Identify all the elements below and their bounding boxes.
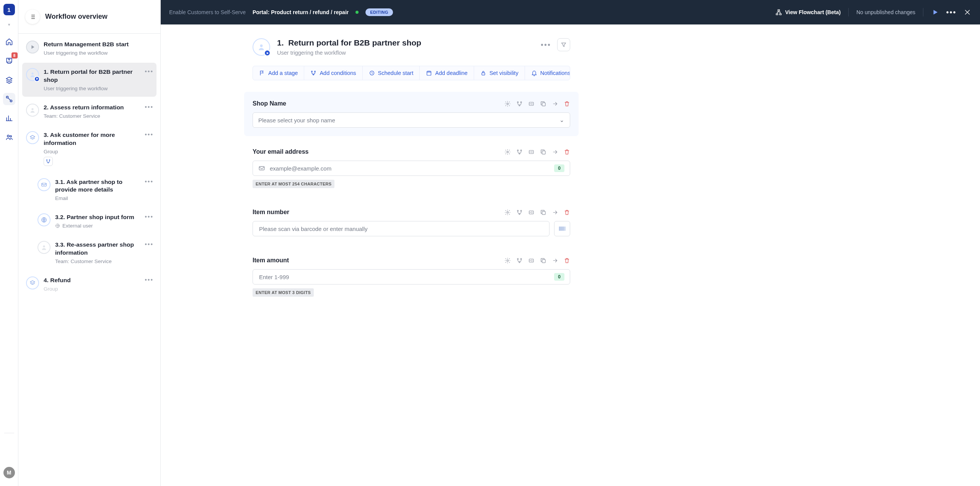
field-id-button[interactable] [528, 149, 535, 155]
workflow-step-1[interactable]: 1. Return portal for B2B partner shop Us… [22, 63, 157, 97]
step-more-button[interactable]: ••• [145, 178, 153, 185]
nav-workflows[interactable] [3, 93, 15, 105]
field-settings-button[interactable] [504, 101, 511, 107]
field-delete-button[interactable] [564, 257, 570, 264]
field-shop-name: Shop Name Please select your shop name [244, 92, 579, 136]
user-avatar[interactable]: M [3, 467, 15, 478]
field-id-button[interactable] [528, 209, 535, 216]
add-stage-button[interactable]: Add a stage [253, 66, 304, 80]
field-copy-button[interactable] [540, 209, 546, 216]
rail-divider [4, 433, 14, 433]
workspace-switcher[interactable]: ▾ [8, 22, 10, 27]
svg-point-32 [520, 150, 522, 151]
field-move-button[interactable] [552, 149, 558, 155]
workflow-icon [5, 95, 13, 103]
field-settings-button[interactable] [504, 209, 511, 216]
field-delete-button[interactable] [564, 101, 570, 107]
step-header: 1. Return portal for B2B partner shop Us… [253, 38, 570, 56]
field-delete-button[interactable] [564, 149, 570, 155]
workflow-step-2[interactable]: 2. Assess return information Team: Custo… [22, 98, 157, 124]
view-flowchart-button[interactable]: View Flowchart (Beta) [775, 9, 841, 16]
page-title: Portal: Product return / refund / repair [253, 9, 349, 15]
run-button[interactable] [931, 8, 939, 16]
app-logo[interactable]: 1 [3, 4, 15, 15]
scan-barcode-button[interactable] [554, 221, 570, 236]
svg-rect-16 [779, 14, 781, 15]
workflow-step-3-1[interactable]: 3.1. Ask partner shop to provide more de… [34, 173, 157, 207]
workflow-step-3[interactable]: 3. Ask customer for more information Gro… [22, 126, 157, 171]
svg-point-39 [520, 210, 522, 211]
step-more-button[interactable]: ••• [145, 68, 153, 75]
nav-templates[interactable] [3, 74, 15, 86]
nav-reports[interactable] [3, 112, 15, 124]
field-delete-button[interactable] [564, 209, 570, 216]
step-more-button[interactable]: ••• [145, 213, 153, 220]
copy-icon [540, 257, 546, 264]
field-branch-button[interactable] [516, 149, 523, 155]
item-number-input[interactable] [258, 221, 544, 236]
schedule-start-button[interactable]: Schedule start [363, 66, 420, 80]
set-visibility-button[interactable]: Set visibility [474, 66, 525, 80]
overview-icon-button[interactable] [25, 10, 40, 24]
play-icon [932, 9, 939, 16]
email-input[interactable] [269, 161, 550, 176]
field-move-button[interactable] [552, 101, 558, 107]
step-settings-button[interactable] [557, 38, 570, 51]
svg-rect-10 [42, 183, 46, 186]
svg-rect-29 [542, 102, 546, 106]
add-deadline-button[interactable]: Add deadline [420, 66, 474, 80]
step-more-button[interactable]: ••• [145, 276, 153, 283]
field-copy-button[interactable] [540, 101, 546, 107]
item-amount-input[interactable] [258, 270, 550, 284]
workflow-step-4[interactable]: 4. Refund Group ••• [22, 271, 157, 297]
notifications-button[interactable]: Notifications [525, 66, 570, 80]
field-settings-button[interactable] [504, 257, 511, 264]
step-more-button[interactable]: ••• [145, 104, 153, 111]
svg-point-6 [31, 108, 33, 110]
svg-point-31 [517, 150, 519, 151]
step-sub: Team: Customer Service [55, 258, 143, 264]
step-title: 3.3. Re-assess partner shop information [55, 241, 143, 257]
field-copy-button[interactable] [540, 149, 546, 155]
field-branch-button[interactable] [516, 257, 523, 264]
step-more-button[interactable]: ••• [145, 131, 153, 138]
svg-point-3 [10, 135, 11, 137]
close-button[interactable] [963, 8, 972, 16]
branch-button[interactable] [44, 157, 53, 166]
nav-inbox[interactable]: 8 [3, 55, 15, 67]
status-chip: EDITING [365, 8, 393, 16]
add-conditions-button[interactable]: Add conditions [304, 66, 362, 80]
step-more-button[interactable]: ••• [145, 241, 153, 248]
field-label: Shop Name [253, 100, 286, 107]
field-settings-button[interactable] [504, 149, 511, 155]
workflow-step-3-3[interactable]: 3.3. Re-assess partner shop information … [34, 236, 157, 270]
field-id-button[interactable] [528, 101, 535, 107]
field-id-button[interactable] [528, 257, 535, 264]
svg-point-24 [507, 103, 508, 104]
field-item-number: Item number [253, 200, 570, 249]
step-sub: User triggering the workflow [44, 50, 143, 56]
arrow-right-icon [552, 149, 558, 155]
step-more-button[interactable]: ••• [538, 41, 553, 49]
nav-home[interactable] [3, 36, 15, 48]
field-hint: ENTER AT MOST 254 CHARACTERS [253, 180, 334, 188]
more-button[interactable]: ••• [947, 8, 956, 16]
nav-users[interactable] [3, 131, 15, 143]
svg-point-2 [7, 135, 9, 137]
collapse-sidebar-button[interactable]: ◀ [160, 0, 161, 24]
field-branch-button[interactable] [516, 209, 523, 216]
shop-name-select[interactable]: Please select your shop name ⌄ [253, 112, 570, 128]
field-copy-button[interactable] [540, 257, 546, 264]
breadcrumb[interactable]: Enable Customers to Self-Serve [169, 9, 246, 15]
step-avatar [253, 38, 270, 56]
workflow-step-3-2[interactable]: 3.2. Partner shop input form External us… [34, 208, 157, 234]
field-move-button[interactable] [552, 257, 558, 264]
field-move-button[interactable] [552, 209, 558, 216]
workflow-step-start[interactable]: Return Management B2B start User trigger… [22, 35, 157, 61]
group-icon [26, 131, 39, 144]
step-sub: Group [44, 149, 143, 154]
svg-rect-42 [542, 211, 546, 215]
users-icon [5, 133, 13, 141]
arrow-right-icon [552, 101, 558, 107]
field-branch-button[interactable] [516, 101, 523, 107]
